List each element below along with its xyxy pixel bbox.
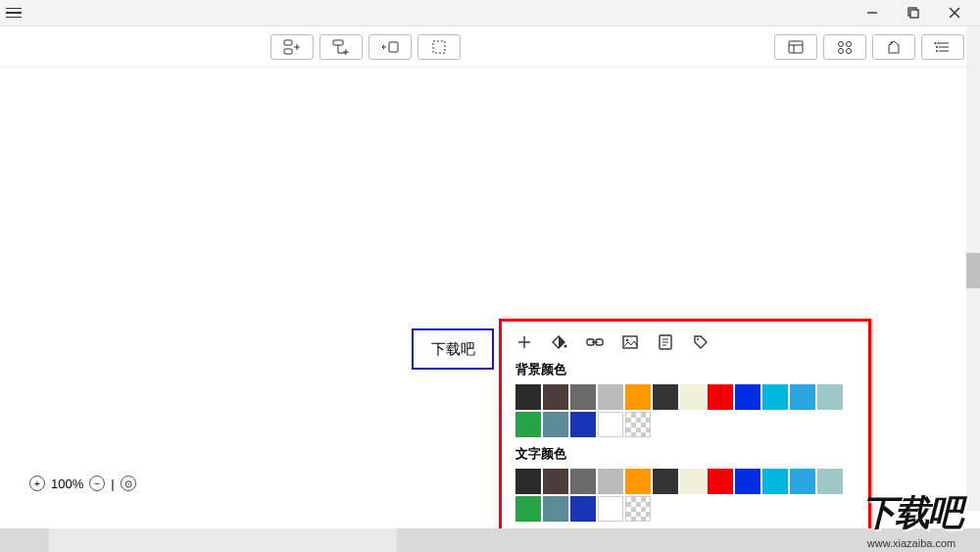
text-color-label: 文字颜色 (515, 445, 855, 463)
window-controls (858, 3, 976, 23)
text-color-swatches (515, 469, 855, 522)
zoom-out-button[interactable]: − (89, 476, 105, 491)
color-swatch[interactable] (515, 412, 541, 437)
color-swatch[interactable] (543, 469, 568, 494)
layout-button[interactable] (774, 34, 817, 60)
svg-point-28 (936, 50, 938, 52)
svg-point-19 (839, 41, 844, 46)
color-swatch[interactable] (625, 384, 651, 410)
svg-rect-9 (333, 40, 343, 45)
color-swatch[interactable] (817, 469, 843, 494)
color-swatch[interactable] (735, 469, 760, 494)
svg-point-20 (847, 41, 852, 46)
note-icon[interactable] (657, 333, 674, 351)
color-swatch[interactable] (570, 496, 596, 522)
zoom-level: 100% (51, 477, 83, 491)
color-swatch[interactable] (680, 384, 706, 410)
svg-point-21 (839, 48, 844, 53)
outline-button[interactable] (921, 34, 964, 60)
toolbar-group-right (774, 34, 964, 60)
node-text: 下载吧 (431, 340, 475, 359)
svg-point-31 (564, 345, 567, 348)
fit-button[interactable]: ⊙ (121, 476, 136, 491)
panel-toolbar (515, 333, 855, 351)
svg-rect-15 (433, 41, 445, 53)
color-swatch-none[interactable] (625, 496, 651, 522)
outdent-button[interactable] (368, 34, 412, 60)
svg-point-22 (847, 48, 852, 53)
bg-color-label: 背景颜色 (515, 361, 855, 378)
mindmap-root-node[interactable]: 下载吧 (412, 328, 494, 370)
toolbar (0, 26, 980, 68)
zoom-controls: + 100% − | ⊙ (29, 476, 136, 491)
zoom-divider: | (111, 477, 114, 491)
canvas[interactable]: 下载吧 背景颜色 文字颜色 对齐方式 边框颜色 + 100% − | ⊙ (0, 68, 980, 538)
add-child-node-button[interactable] (270, 34, 314, 60)
minimize-button[interactable] (858, 3, 886, 23)
svg-point-41 (697, 338, 699, 340)
maximize-button[interactable] (900, 3, 927, 23)
close-button[interactable] (941, 3, 968, 23)
svg-rect-14 (389, 42, 398, 52)
status-bar (0, 528, 980, 552)
image-icon[interactable] (621, 333, 639, 351)
color-swatch[interactable] (543, 384, 568, 410)
add-icon[interactable] (515, 333, 533, 351)
color-swatch[interactable] (790, 469, 815, 494)
bg-color-swatches (515, 384, 855, 437)
color-swatch[interactable] (570, 412, 596, 437)
color-swatch[interactable] (735, 384, 760, 410)
color-swatch[interactable] (543, 496, 568, 522)
add-sibling-node-button[interactable] (319, 34, 363, 60)
color-swatch-white[interactable] (598, 496, 623, 522)
svg-point-36 (626, 339, 629, 342)
svg-rect-2 (910, 10, 918, 18)
color-swatch[interactable] (515, 496, 541, 522)
color-swatch[interactable] (598, 469, 623, 494)
selection-button[interactable] (417, 34, 461, 60)
svg-point-27 (936, 46, 938, 48)
color-swatch[interactable] (598, 384, 623, 410)
color-swatch[interactable] (817, 384, 843, 410)
color-swatch[interactable] (625, 469, 651, 494)
menu-icon[interactable] (4, 3, 24, 23)
theme-button[interactable] (823, 34, 866, 60)
format-panel: 背景颜色 文字颜色 对齐方式 边框颜色 (499, 319, 871, 552)
color-swatch-none[interactable] (625, 412, 651, 437)
color-swatch[interactable] (570, 384, 596, 410)
color-swatch[interactable] (762, 469, 788, 494)
color-swatch[interactable] (543, 412, 568, 437)
svg-rect-16 (789, 41, 803, 53)
color-swatch[interactable] (653, 469, 678, 494)
color-swatch[interactable] (570, 469, 596, 494)
color-swatch[interactable] (708, 384, 733, 410)
color-swatch[interactable] (653, 384, 678, 410)
tag-icon[interactable] (692, 333, 710, 351)
svg-rect-5 (284, 40, 292, 45)
svg-rect-6 (284, 49, 292, 54)
svg-point-26 (935, 42, 937, 44)
scrollbar-thumb[interactable] (966, 253, 980, 288)
link-icon[interactable] (586, 333, 604, 351)
color-swatch[interactable] (680, 469, 706, 494)
color-swatch[interactable] (515, 469, 541, 494)
color-swatch[interactable] (708, 469, 733, 494)
zoom-in-button[interactable]: + (29, 476, 45, 491)
style-button[interactable] (872, 34, 915, 60)
color-swatch[interactable] (790, 384, 815, 410)
toolbar-group-left (270, 34, 461, 60)
fill-icon[interactable] (551, 333, 568, 351)
color-swatch[interactable] (762, 384, 788, 410)
titlebar (0, 0, 980, 26)
color-swatch-white[interactable] (598, 412, 623, 437)
color-swatch[interactable] (515, 384, 541, 410)
